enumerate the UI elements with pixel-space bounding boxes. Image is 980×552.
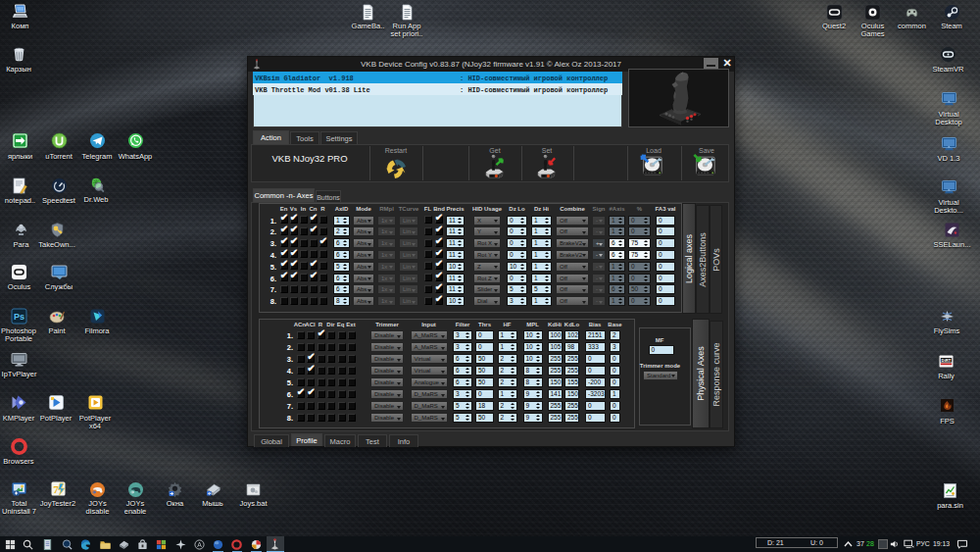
svg-text:A: A bbox=[197, 540, 202, 547]
svg-text:DiRT: DiRT bbox=[942, 357, 952, 362]
svg-text:Ps: Ps bbox=[13, 312, 24, 322]
